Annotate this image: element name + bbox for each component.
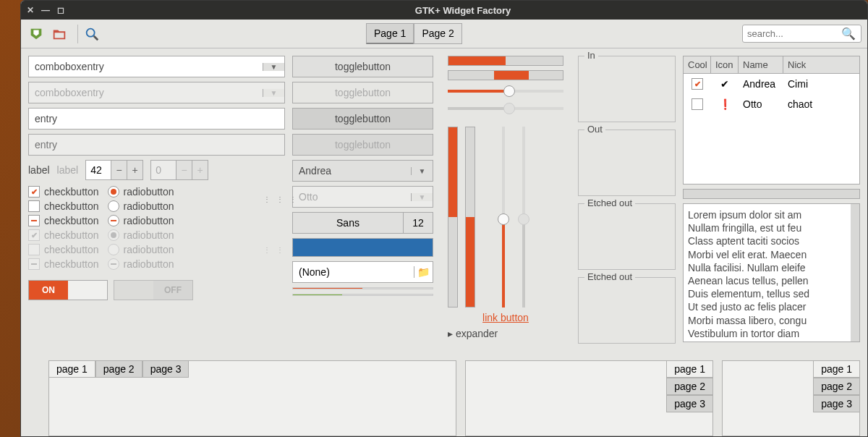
nb-tab-1[interactable]: page 1: [48, 360, 95, 378]
nb-tab-2[interactable]: page 2: [95, 360, 142, 378]
column-nick[interactable]: Nick: [783, 56, 859, 73]
togglebutton-pressed-disabled: togglebutton: [292, 134, 433, 156]
combo-andrea[interactable]: Andrea ▼: [292, 160, 433, 182]
minus-icon: −: [176, 161, 192, 179]
chevron-down-icon[interactable]: ▼: [263, 63, 284, 71]
frame-etched-out: Etched out: [578, 203, 676, 270]
radio-disabled: [108, 258, 119, 270]
font-button[interactable]: Sans 12: [292, 212, 433, 234]
checkbox-disabled: [28, 244, 40, 255]
nb-tab-3[interactable]: page 3: [142, 360, 190, 378]
treeview[interactable]: Cool Icon Name Nick ✔ Andrea Cimi ❗ Otto…: [683, 56, 860, 184]
radio-disabled: [108, 229, 119, 241]
scrollbar[interactable]: [851, 204, 859, 341]
column-name[interactable]: Name: [739, 56, 783, 73]
nb-tab-3[interactable]: page 3: [666, 395, 713, 412]
combo-otto-disabled: Otto ▼: [292, 186, 433, 208]
checkbox-disabled: [28, 229, 40, 241]
nb-tab-1[interactable]: page 1: [813, 360, 860, 378]
radio-disabled: [108, 244, 119, 255]
svg-point-0: [87, 28, 95, 36]
label-disabled: label: [57, 164, 79, 176]
open-icon[interactable]: [50, 25, 69, 43]
checkbox[interactable]: [28, 200, 40, 212]
maximize-icon[interactable]: ◻: [57, 5, 64, 15]
progressbar-thin-green: [292, 294, 433, 296]
table-row[interactable]: ✔ Andrea Cimi: [684, 74, 859, 94]
radio[interactable]: [108, 215, 119, 226]
chevron-down-icon: ▼: [411, 193, 433, 201]
vertical-progress-2: [465, 127, 475, 307]
checkbox[interactable]: [28, 186, 40, 198]
spinbutton[interactable]: 42 − +: [85, 160, 143, 180]
entry-field-disabled: [28, 134, 285, 156]
vertical-progress: [448, 127, 458, 307]
file-chooser-button[interactable]: (None) 📁: [292, 261, 433, 283]
vertical-scale[interactable]: [497, 127, 510, 307]
expander[interactable]: ▸ expander: [448, 328, 563, 339]
toolbar: Page 1 Page 2 🔍: [21, 20, 867, 48]
checkbox[interactable]: [28, 215, 40, 226]
radio[interactable]: [108, 200, 119, 212]
notebook-right-tabs-2: page 1 page 2 page 3: [722, 360, 860, 436]
link-button[interactable]: link button: [448, 312, 563, 323]
chevron-down-icon: ▼: [263, 89, 284, 97]
save-icon[interactable]: [27, 25, 46, 43]
notebook-right-tabs: page 1 page 2 page 3: [465, 360, 713, 436]
entry-field[interactable]: [28, 108, 285, 130]
table-row[interactable]: ❗ Otto chaot: [684, 94, 859, 114]
warning-icon: ❗: [711, 97, 739, 111]
plus-icon[interactable]: +: [127, 161, 142, 179]
nb-tab-2[interactable]: page 2: [666, 378, 713, 395]
togglebutton-disabled: togglebutton: [292, 82, 433, 103]
search-input[interactable]: 🔍: [742, 25, 861, 43]
notebook-top-tabs: page 1 page 2 page 3: [48, 360, 456, 436]
frame-etched-out-2: Etched out: [578, 277, 676, 344]
check-circle-icon: ✔: [711, 77, 739, 91]
search-glass-icon: 🔍: [841, 27, 856, 41]
comboboxentry[interactable]: comboboxentry ▼: [28, 56, 285, 77]
switch-on[interactable]: ON: [28, 280, 108, 300]
nb-tab-2[interactable]: page 2: [813, 378, 860, 395]
checkbox[interactable]: [692, 98, 703, 110]
svg-line-1: [94, 35, 98, 40]
minus-icon[interactable]: −: [111, 161, 127, 179]
color-button[interactable]: [292, 238, 433, 257]
scrollbar[interactable]: [683, 189, 860, 199]
column-cool[interactable]: Cool: [684, 56, 711, 73]
horizontal-scale-disabled: [448, 102, 563, 115]
frame-in: In: [578, 56, 676, 122]
horizontal-scale[interactable]: [448, 85, 563, 98]
togglebutton-pressed[interactable]: togglebutton: [292, 108, 433, 130]
spinbutton-disabled: 0 − +: [150, 160, 208, 180]
close-icon[interactable]: ✕: [27, 5, 34, 15]
minimize-icon[interactable]: —: [41, 5, 50, 15]
progressbar-partial: [448, 70, 563, 80]
search-field[interactable]: [747, 28, 841, 39]
spinner: [263, 192, 285, 213]
column-icon[interactable]: Icon: [711, 56, 739, 73]
switch-off-disabled: OFF: [114, 280, 193, 300]
folder-icon: 📁: [414, 266, 433, 278]
comboboxentry-disabled: comboboxentry ▼: [28, 82, 285, 103]
tab-page-1[interactable]: Page 1: [366, 23, 414, 44]
spinner-disabled: [263, 242, 285, 264]
radio[interactable]: [108, 186, 119, 198]
plus-icon: +: [192, 161, 208, 179]
checkbox-disabled: [28, 258, 40, 270]
window-title: GTK+ Widget Factory: [64, 5, 861, 16]
chevron-down-icon[interactable]: ▼: [411, 167, 433, 175]
progressbar: [448, 56, 563, 66]
togglebutton[interactable]: togglebutton: [292, 56, 433, 77]
nb-tab-1[interactable]: page 1: [666, 360, 713, 378]
checkbox[interactable]: [692, 78, 703, 90]
window: ✕ — ◻ GTK+ Widget Factory Page 1 Page 2 …: [20, 0, 868, 437]
tab-page-2[interactable]: Page 2: [414, 23, 461, 44]
label: label: [28, 164, 50, 176]
search-icon[interactable]: [82, 25, 101, 43]
nb-tab-3[interactable]: page 3: [813, 395, 860, 412]
textview[interactable]: Lorem ipsum dolor sit am Nullam fringill…: [683, 203, 860, 342]
progressbar-thin: [292, 287, 433, 289]
frame-out: Out: [578, 130, 676, 196]
titlebar: ✕ — ◻ GTK+ Widget Factory: [21, 1, 867, 20]
